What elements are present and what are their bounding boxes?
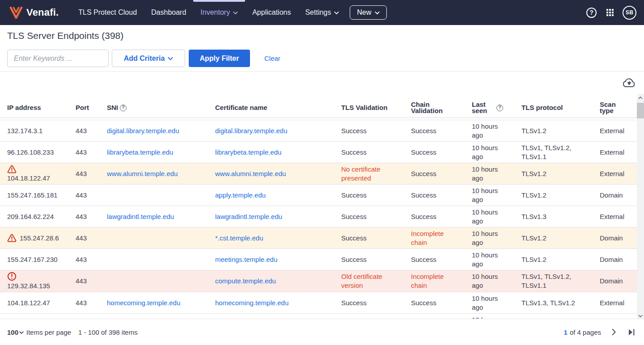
- cell-tls: Old certificate version: [334, 270, 404, 292]
- new-button-label: New: [357, 8, 371, 17]
- port: 443: [76, 234, 87, 242]
- column-header-label: IP address: [7, 105, 41, 111]
- certificate-link[interactable]: apply.temple.edu: [215, 191, 266, 199]
- cell-ip: 104.18.122.47: [0, 163, 68, 184]
- column-header-scan[interactable]: Scan type: [593, 94, 637, 118]
- cell-chain: Success: [404, 249, 465, 270]
- certificate-link[interactable]: compute.temple.edu: [215, 277, 276, 285]
- nav-item-settings[interactable]: Settings: [298, 0, 346, 25]
- column-header-seen[interactable]: Last seen?: [465, 94, 514, 118]
- table-row[interactable]: 155.247.165.181443apply.temple.eduSucces…: [0, 185, 637, 206]
- cell-cert: compute.temple.edu: [208, 270, 334, 292]
- new-button[interactable]: New: [350, 5, 387, 20]
- sni-link[interactable]: www.alumni.temple.edu: [107, 170, 178, 177]
- table-scrollbar[interactable]: [637, 94, 644, 320]
- tls-validation: Success: [341, 148, 367, 156]
- chevron-down-icon: [19, 331, 24, 334]
- cell-scan: Domain: [593, 185, 637, 206]
- next-page-button[interactable]: [612, 328, 616, 336]
- apply-filter-button[interactable]: Apply Filter: [189, 50, 250, 67]
- tls-validation: Success: [341, 127, 367, 135]
- certificate-link[interactable]: lawgradintl.temple.edu: [215, 213, 282, 220]
- cell-ip: 129.32.84.135: [0, 270, 68, 292]
- certificate-link[interactable]: homecoming.temple.edu: [215, 299, 288, 307]
- column-header-proto[interactable]: TLS protocol: [514, 94, 593, 118]
- export-download-icon[interactable]: [623, 78, 636, 88]
- table-row[interactable]: 96.126.108.233443librarybeta.temple.edul…: [0, 142, 637, 163]
- avatar[interactable]: SB: [623, 6, 636, 20]
- cell-ip: 104.18.122.47: [0, 292, 68, 313]
- column-header-port[interactable]: Port: [68, 94, 100, 118]
- table-row[interactable]: 129.32.84.135443compute.temple.eduOld ce…: [0, 270, 637, 292]
- tls-protocol: TLSv1.3: [521, 213, 547, 220]
- error-icon: [7, 272, 17, 281]
- cell-ip: 155.247.28.6: [0, 227, 68, 248]
- last-page-button[interactable]: [628, 329, 635, 336]
- clear-filter-link[interactable]: Clear: [264, 55, 280, 62]
- tls-protocol: TLSv1.2: [521, 191, 547, 199]
- port: 443: [76, 256, 87, 263]
- column-help-icon[interactable]: ?: [120, 105, 127, 111]
- last-seen: 10 hours ago: [472, 208, 498, 225]
- sni-link[interactable]: librarybeta.temple.edu: [107, 148, 173, 156]
- page-size-select[interactable]: 100: [7, 328, 24, 336]
- port: 443: [76, 127, 87, 135]
- table-row[interactable]: 132.174.3.1443digital.library.temple.edu…: [0, 120, 637, 142]
- cell-scan: External: [593, 206, 637, 227]
- scan-type: Domain: [600, 234, 623, 242]
- table-row[interactable]: 155.247.28.6443*.cst.temple.eduSuccessIn…: [0, 227, 637, 249]
- table-row[interactable]: 155.247.167.230443meetings.temple.eduSuc…: [0, 249, 637, 270]
- current-page-number[interactable]: 1: [564, 328, 568, 336]
- table-row[interactable]: 104.18.122.47443www.alumni.temple.eduwww…: [0, 163, 637, 185]
- last-seen: 10 hours ago: [472, 144, 498, 160]
- keywords-input[interactable]: [7, 50, 109, 67]
- ip-address: 129.32.84.135: [7, 282, 50, 290]
- scroll-up-arrow[interactable]: [637, 94, 644, 101]
- nav-item-label: Dashboard: [151, 8, 186, 17]
- column-header-tls[interactable]: TLS Validation: [334, 94, 404, 118]
- cell-sni: digital.library.temple.edu: [100, 120, 208, 141]
- help-icon[interactable]: ?: [586, 8, 597, 18]
- venafi-logo[interactable]: Venafi.: [9, 7, 59, 19]
- column-header-cert[interactable]: Certificate name: [208, 94, 334, 118]
- cell-port: 443: [68, 249, 100, 270]
- cell-sni: www.alumni.temple.edu: [100, 163, 208, 184]
- port: 443: [76, 148, 87, 156]
- cell-sni: [100, 249, 208, 270]
- last-seen: 10 hours ago: [472, 122, 498, 139]
- nav-item-tls-protect-cloud[interactable]: TLS Protect Cloud: [71, 0, 144, 25]
- sni-link[interactable]: lawgradintl.temple.edu: [107, 213, 174, 220]
- table-row[interactable]: 104.18.122.47443homecoming.temple.eduhom…: [0, 292, 637, 314]
- chain-validation: Success: [411, 256, 436, 263]
- column-header-ip[interactable]: IP address: [0, 94, 68, 118]
- nav-menu: TLS Protect CloudDashboardInventoryAppli…: [71, 0, 346, 25]
- cell-port: 443: [68, 185, 100, 206]
- top-nav: Venafi. TLS Protect CloudDashboardInvent…: [0, 0, 644, 25]
- cell-chain: Incomplete chain: [404, 227, 465, 248]
- nav-right-icons: ? SB: [586, 6, 636, 20]
- ip-address: 209.164.62.224: [7, 213, 54, 220]
- certificate-link[interactable]: librarybeta.temple.edu: [215, 148, 281, 156]
- nav-item-inventory[interactable]: Inventory: [193, 0, 245, 25]
- certificate-link[interactable]: *.cst.temple.edu: [215, 234, 263, 242]
- sni-link[interactable]: homecoming.temple.edu: [107, 299, 180, 307]
- column-header-chain[interactable]: Chain Validation: [404, 94, 465, 118]
- column-header-label: Certificate name: [215, 105, 267, 111]
- column-header-sni[interactable]: SNI?: [100, 94, 208, 118]
- add-criteria-button[interactable]: Add Criteria: [112, 50, 185, 67]
- sni-link[interactable]: digital.library.temple.edu: [107, 127, 179, 135]
- nav-item-applications[interactable]: Applications: [245, 0, 298, 25]
- chain-validation: Success: [411, 148, 436, 156]
- column-help-icon[interactable]: ?: [496, 105, 503, 111]
- scrollbar-thumb[interactable]: [637, 103, 644, 118]
- chain-validation: Incomplete chain: [411, 230, 444, 246]
- certificate-link[interactable]: digital.library.temple.edu: [215, 127, 287, 135]
- certificate-link[interactable]: www.alumni.temple.edu: [215, 170, 286, 177]
- app-switcher-icon[interactable]: [606, 9, 614, 16]
- scan-type: Domain: [600, 277, 623, 285]
- table-row[interactable]: 209.164.62.224443lawgradintl.temple.edul…: [0, 206, 637, 227]
- add-criteria-label: Add Criteria: [124, 55, 165, 63]
- certificate-link[interactable]: meetings.temple.edu: [215, 256, 277, 263]
- tls-validation: Success: [341, 191, 367, 199]
- nav-item-dashboard[interactable]: Dashboard: [144, 0, 193, 25]
